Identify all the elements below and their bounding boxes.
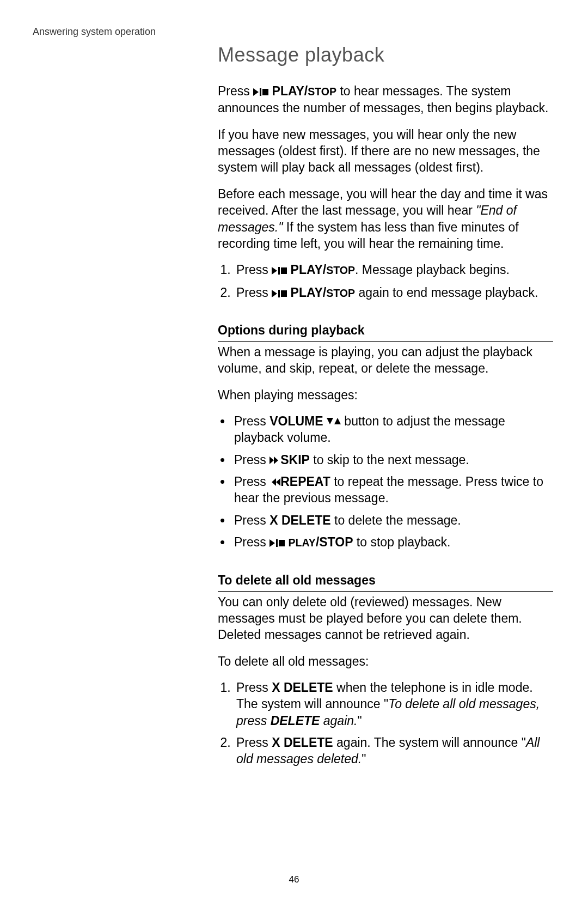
label-play: PLAY/ — [291, 263, 327, 277]
steps-delete: Press X DELETE when the telephone is in … — [218, 679, 553, 768]
svg-rect-4 — [278, 267, 280, 275]
text-segment: Press — [236, 680, 272, 695]
text-segment: Press — [234, 453, 270, 467]
para-intro-2: If you have new messages, you will hear … — [218, 126, 553, 176]
announcement-text: again. — [320, 714, 357, 728]
page-title: Message playback — [218, 44, 553, 66]
text-segment: Press — [234, 474, 270, 489]
svg-marker-12 — [274, 456, 278, 464]
text-segment: to skip to the next message. — [310, 453, 469, 467]
skip-icon — [270, 453, 280, 467]
option-item-volume: Press VOLUME button to adjust the messag… — [234, 413, 553, 446]
text-segment: Press — [236, 263, 272, 277]
play-stop-icon — [272, 285, 287, 301]
label-stop: STOP — [326, 264, 355, 276]
step-item: Press PLAY/STOP again to end message pla… — [234, 284, 553, 301]
steps-playback: Press PLAY/STOP. Message playback begins… — [218, 261, 553, 301]
announcement-bold: DELETE — [271, 714, 320, 728]
option-item-playstop: Press PLAY/STOP to stop playback. — [234, 534, 553, 551]
svg-marker-11 — [270, 456, 274, 464]
para-intro-1: Press PLAY/STOP to hear messages. The sy… — [218, 83, 553, 117]
text-segment: Press — [236, 285, 272, 300]
option-item-skip: Press SKIP to skip to the next message. — [234, 452, 553, 468]
text-segment: to delete the message. — [331, 513, 461, 527]
text-segment: " — [362, 752, 366, 766]
text-segment: Press — [236, 735, 272, 750]
text-segment: to stop playback. — [353, 535, 450, 549]
label-play: PLAY — [289, 537, 316, 549]
text-segment: " — [357, 714, 362, 728]
step-item: Press X DELETE when the telephone is in … — [234, 679, 553, 729]
step-item: Press X DELETE again. The system will an… — [234, 734, 553, 768]
label-play: PLAY/ — [272, 84, 308, 98]
para-delete-lead: To delete all old messages: — [218, 653, 553, 669]
page-header: Answering system operation — [33, 26, 156, 38]
svg-rect-5 — [281, 267, 287, 274]
play-stop-icon — [253, 83, 268, 100]
repeat-icon — [270, 474, 280, 489]
option-item-delete: Press X DELETE to delete the message. — [234, 512, 553, 528]
svg-rect-17 — [279, 540, 285, 546]
svg-marker-0 — [253, 88, 259, 96]
section-heading-delete: To delete all old messages — [218, 573, 553, 592]
option-item-repeat: Press REPEAT to repeat the message. Pres… — [234, 473, 553, 507]
svg-marker-14 — [272, 478, 276, 486]
step-item: Press PLAY/STOP. Message playback begins… — [234, 261, 553, 278]
options-list: Press VOLUME button to adjust the messag… — [218, 413, 553, 551]
play-stop-icon — [270, 534, 285, 551]
text-segment: Press — [234, 513, 270, 527]
label-volume: VOLUME — [270, 414, 323, 428]
svg-rect-8 — [281, 290, 287, 297]
para-options-lead: When playing messages: — [218, 387, 553, 403]
label-stop: STOP — [308, 86, 336, 98]
svg-rect-1 — [260, 88, 261, 96]
play-stop-icon — [272, 262, 287, 278]
text-segment: Press — [234, 414, 270, 428]
svg-marker-10 — [334, 418, 341, 424]
label-x-delete: X DELETE — [272, 680, 333, 695]
label-stop: /STOP — [316, 535, 353, 549]
text-segment: again to end message playback. — [355, 285, 538, 300]
page-number: 46 — [289, 874, 299, 885]
svg-rect-2 — [262, 89, 268, 95]
svg-rect-7 — [278, 290, 280, 297]
label-play: PLAY/ — [291, 285, 327, 300]
svg-marker-6 — [272, 290, 277, 297]
label-x-delete: X DELETE — [272, 735, 333, 750]
text-segment: . Message playback begins. — [355, 263, 510, 277]
text-segment: Press — [218, 84, 253, 98]
text-segment: again. The system will announce " — [333, 735, 526, 750]
label-x-delete: X DELETE — [270, 513, 330, 527]
label-repeat: REPEAT — [280, 474, 330, 489]
volume-down-up-icon — [327, 414, 341, 428]
svg-marker-15 — [270, 539, 275, 547]
para-delete-intro: You can only delete old (reviewed) messa… — [218, 594, 553, 643]
label-skip: SKIP — [280, 453, 310, 467]
para-options-intro: When a message is playing, you can adjus… — [218, 344, 553, 377]
section-heading-options: Options during playback — [218, 323, 553, 342]
content-area: Message playback Press PLAY/STOP to hear… — [218, 44, 553, 777]
para-intro-3: Before each message, you will hear the d… — [218, 186, 553, 252]
label-stop: STOP — [326, 287, 355, 299]
svg-marker-9 — [327, 418, 333, 424]
svg-marker-3 — [272, 267, 277, 275]
svg-rect-16 — [276, 539, 278, 547]
text-segment: Press — [234, 535, 270, 549]
svg-marker-13 — [276, 478, 280, 486]
